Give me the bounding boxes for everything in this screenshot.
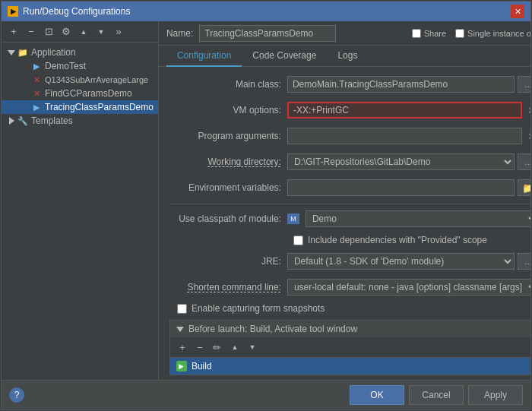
main-class-input[interactable] [287, 76, 515, 93]
share-checkbox[interactable] [412, 29, 421, 38]
dialog-icon: ▶ [8, 6, 18, 17]
tree-item-tracingclass[interactable]: ▶ TracingClassParamsDemo [2, 100, 158, 114]
shorten-cmd-select[interactable]: user-local default: none - java [options… [287, 279, 530, 296]
title-bar-left: ▶ Run/Debug Configurations [8, 6, 130, 17]
before-launch-add-button[interactable]: + [175, 340, 190, 355]
remove-config-button[interactable]: − [24, 24, 39, 40]
program-args-control: ✕ [287, 128, 530, 144]
tracing-icon: ▶ [30, 102, 43, 112]
settings-config-button[interactable]: ⚙ [59, 24, 74, 40]
tree-item-demotest[interactable]: ▶ DemoTest [2, 59, 158, 73]
title-bar: ▶ Run/Debug Configurations ✕ [2, 2, 530, 21]
program-args-input[interactable] [287, 128, 522, 144]
expand-button[interactable]: » [111, 24, 126, 40]
tree-toggle-findgc [20, 88, 30, 99]
tree-label-q1343: Q1343SubArrAverageLarge [45, 75, 148, 84]
program-args-label: Program arguments: [169, 131, 287, 141]
before-launch-edit-button[interactable]: ✏ [210, 340, 225, 355]
dialog-buttons: ? OK Cancel Apply [2, 380, 530, 409]
tab-logs[interactable]: Logs [327, 46, 368, 67]
tree-item-application[interactable]: 📁 Application [2, 46, 158, 59]
close-button[interactable]: ✕ [511, 5, 524, 18]
include-deps-label: Include dependencies with "Provided" sco… [308, 235, 487, 245]
before-launch-remove-button[interactable]: − [192, 340, 207, 355]
run-debug-dialog: ▶ Run/Debug Configurations ✕ + − ⊡ ⚙ ▲ ▼… [1, 1, 531, 410]
name-label: Name: [166, 28, 193, 39]
env-vars-folder-button[interactable]: 📁 [518, 179, 530, 196]
enable-capture-row: Enable capturing form snapshots [169, 303, 530, 314]
tree-label-findgc: FindGCParamsDemo [45, 88, 132, 99]
dialog-title: Run/Debug Configurations [23, 6, 130, 17]
env-vars-control: 📁 [287, 179, 530, 196]
tab-code-coverage[interactable]: Code Coverage [242, 46, 327, 67]
working-dir-row: Working directory: D:\GIT-Repositories\G… [169, 152, 530, 172]
main-class-label: Main class: [169, 79, 287, 90]
tree-label-templates: Templates [31, 115, 73, 126]
classpath-row: Use classpath of module: M Demo [169, 209, 530, 229]
working-dir-browse-button[interactable]: ... [518, 153, 530, 170]
include-deps-checkbox[interactable] [293, 236, 303, 245]
tree-item-q1343sub[interactable]: ✕ Q1343SubArrAverageLarge [2, 73, 158, 87]
shorten-cmd-label: Shorten command line: [169, 282, 287, 292]
build-icon: ▶ [176, 361, 187, 371]
include-deps-row: Include dependencies with "Provided" sco… [169, 235, 530, 245]
jre-label: JRE: [169, 256, 287, 267]
findgc-icon: ✕ [30, 88, 43, 99]
shorten-cmd-row: Shorten command line: user-local default… [169, 277, 530, 297]
header-checkboxes: Share Single instance only [412, 29, 530, 38]
cancel-button[interactable]: Cancel [409, 385, 464, 405]
apply-button[interactable]: Apply [468, 385, 523, 405]
working-dir-control: D:\GIT-Repositories\GitLab\Demo ... [287, 153, 530, 170]
enable-capture-label: Enable capturing form snapshots [192, 303, 325, 314]
application-folder-icon: 📁 [17, 47, 29, 58]
before-launch-down-button[interactable]: ▼ [245, 340, 260, 355]
jre-browse-button[interactable]: ... [518, 253, 530, 270]
main-class-browse-button[interactable]: ... [518, 76, 530, 93]
before-launch-toolbar: + − ✏ ▲ ▼ [170, 337, 530, 358]
before-launch-header-label: Before launch: Build, Activate tool wind… [188, 324, 357, 334]
left-toolbar: + − ⊡ ⚙ ▲ ▼ » [2, 21, 158, 43]
single-instance-checkbox[interactable] [455, 29, 464, 38]
classpath-module-icon: M [287, 213, 299, 224]
env-vars-label: Environment variables: [169, 182, 287, 193]
working-dir-select[interactable]: D:\GIT-Repositories\GitLab\Demo [287, 153, 515, 170]
add-config-button[interactable]: + [6, 24, 21, 40]
move-down-button[interactable]: ▼ [93, 24, 109, 40]
classpath-label: Use classpath of module: [169, 213, 287, 224]
classpath-select[interactable]: Demo [306, 210, 530, 227]
vm-options-label: VM options: [169, 105, 287, 115]
vm-options-input[interactable] [287, 102, 522, 119]
tree-toggle-templates [6, 115, 17, 126]
before-launch-section: Before launch: Build, Activate tool wind… [169, 320, 530, 375]
jre-select[interactable]: Default (1.8 - SDK of 'Demo' module) [287, 253, 515, 270]
tree-item-findgcparams[interactable]: ✕ FindGCParamsDemo [2, 87, 158, 100]
templates-icon: 🔧 [17, 115, 29, 126]
env-vars-row: Environment variables: 📁 [169, 178, 530, 198]
vm-options-row: VM options: ✕ [169, 100, 530, 120]
move-up-button[interactable]: ▲ [76, 24, 91, 40]
ok-button[interactable]: OK [350, 385, 404, 405]
help-button[interactable]: ? [9, 387, 24, 403]
name-input[interactable] [199, 25, 336, 42]
shorten-cmd-control: user-local default: none - java [options… [287, 279, 530, 296]
program-args-clear-button[interactable]: ✕ [525, 129, 530, 143]
main-class-row: Main class: ... [169, 74, 530, 94]
enable-capture-checkbox[interactable] [177, 304, 187, 314]
q1343-icon: ✕ [30, 74, 43, 85]
copy-config-button[interactable]: ⊡ [41, 24, 56, 40]
name-row: Name: Share Single instance only [159, 21, 530, 46]
classpath-control: M Demo [287, 210, 530, 227]
jre-control: Default (1.8 - SDK of 'Demo' module) ... [287, 253, 530, 270]
tree-toggle-demotest [20, 61, 30, 71]
tree-toggle-q1343 [20, 74, 30, 85]
config-tree: 📁 Application ▶ DemoTest ✕ Q1343SubArrAv… [2, 43, 158, 380]
vm-options-clear-button[interactable]: ✕ [525, 103, 530, 117]
before-launch-up-button[interactable]: ▲ [227, 340, 242, 355]
tree-item-templates[interactable]: 🔧 Templates [2, 114, 158, 128]
tab-configuration[interactable]: Configuration [166, 46, 242, 67]
tree-label-tracing: TracingClassParamsDemo [45, 102, 154, 112]
main-content: + − ⊡ ⚙ ▲ ▼ » 📁 Application [2, 21, 530, 380]
before-launch-build-item[interactable]: ▶ Build [170, 358, 530, 375]
env-vars-input[interactable] [287, 179, 515, 196]
before-launch-header[interactable]: Before launch: Build, Activate tool wind… [170, 321, 530, 337]
